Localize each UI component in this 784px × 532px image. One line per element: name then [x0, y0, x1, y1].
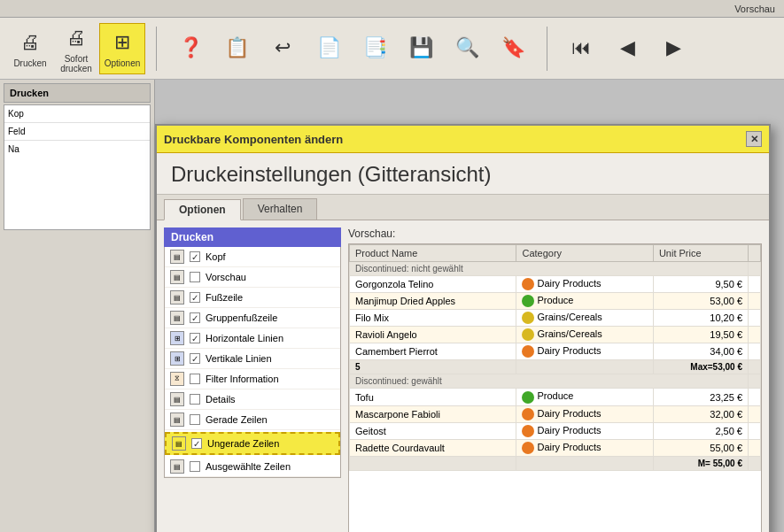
category-cell: Grains/Cereals: [516, 327, 653, 343]
ausgewaehlte-zeilen-label: Ausgewählte Zeilen: [206, 461, 291, 472]
vertikale-linien-icon: ⊞: [170, 351, 184, 366]
component-item-gruppenfusszeile[interactable]: ▤ Gruppenfußzeile: [165, 308, 340, 328]
ungerade-zeilen-label: Ungerade Zeilen: [207, 438, 279, 449]
component-item-ungerade-zeilen[interactable]: ▤ Ungerade Zeilen: [165, 432, 340, 455]
vorschau-label: Vorschau: [206, 272, 246, 282]
kopf-icon: ▤: [170, 250, 184, 264]
table-row: Geitost Dairy Products 2,50 €: [350, 422, 761, 439]
scroll-cell: [749, 276, 761, 293]
prev-page-button[interactable]: ◀: [604, 23, 650, 74]
product-name-cell: Geitost: [350, 422, 516, 439]
kopf-checkbox[interactable]: [190, 251, 200, 262]
price-cell: 2,50 €: [653, 422, 748, 439]
fusszeile-checkbox[interactable]: [190, 292, 200, 303]
nav-button-6[interactable]: 🔍: [444, 23, 490, 74]
modal-title: Druckbare Komponenten ändern: [164, 133, 343, 146]
help-icon: ❓: [176, 34, 205, 62]
optionen-button[interactable]: ⊞ Optionen: [99, 23, 145, 74]
sofort-drucken-button[interactable]: 🖨 Sofortdrucken: [53, 23, 99, 74]
category-cell: Dairy Products: [516, 405, 653, 422]
col-header-category: Category: [516, 245, 653, 262]
nav-button-7[interactable]: 🔖: [490, 23, 536, 74]
vorschau-icon: ▤: [170, 270, 184, 284]
modal-close-button[interactable]: ✕: [746, 131, 762, 147]
ausgewaehlte-zeilen-checkbox[interactable]: [190, 461, 200, 472]
scroll-cell: [749, 327, 761, 343]
table-row: Manjimup Dried Apples Produce 53,00 €: [350, 293, 761, 310]
next-page-button[interactable]: ▶: [650, 23, 696, 74]
toolbar-separator-2: [547, 27, 547, 71]
first-page-button[interactable]: ⏮: [558, 23, 604, 74]
nav-icon-3: 📄: [314, 34, 343, 62]
nav-button-5[interactable]: 💾: [398, 23, 444, 74]
component-item-vertikale-linien[interactable]: ⊞ Vertikale Linien: [165, 349, 340, 369]
horizontale-linien-checkbox[interactable]: [190, 333, 200, 343]
price-cell: 32,00 €: [653, 405, 748, 422]
prev-page-icon: ◀: [613, 34, 641, 62]
tab-verhalten[interactable]: Verhalten: [243, 198, 318, 220]
nav-icon-1: 📋: [222, 34, 251, 62]
component-item-details[interactable]: ▤ Details: [165, 389, 340, 410]
summary-max: Max=53,00 €: [653, 360, 748, 374]
details-checkbox[interactable]: [190, 394, 200, 405]
sofort-drucken-label: Sofortdrucken: [60, 54, 92, 73]
category-cell: Dairy Products: [516, 422, 653, 439]
title-bar: Vorschau: [0, 0, 784, 18]
component-item-vorschau[interactable]: ▤ Vorschau: [165, 267, 340, 288]
details-icon: ▤: [170, 392, 184, 406]
ungerade-zeilen-checkbox[interactable]: [191, 438, 202, 449]
price-cell: 53,00 €: [653, 293, 748, 310]
component-item-fusszeile[interactable]: ▤ Fußzeile: [165, 288, 340, 308]
gerade-zeilen-checkbox[interactable]: [190, 414, 200, 425]
product-name-cell: Filo Mix: [350, 310, 516, 327]
group-scroll-2: [749, 374, 761, 389]
help-button[interactable]: ❓: [167, 23, 213, 74]
category-cell: Dairy Products: [516, 439, 653, 456]
price-cell: 55,00 €: [653, 439, 748, 456]
left-panel-label: Drucken: [4, 83, 151, 103]
group-header-2: Discontinued: gewählt: [350, 374, 761, 389]
gruppenfusszeile-checkbox[interactable]: [190, 312, 200, 323]
nav-button-2[interactable]: ↩: [260, 23, 306, 74]
col-header-product-name: Product Name: [350, 245, 516, 262]
title-label: Vorschau: [734, 4, 775, 14]
vertikale-linien-checkbox[interactable]: [190, 353, 200, 364]
nav-button-1[interactable]: 📋: [213, 23, 260, 74]
table-row: Mascarpone Fabioli Dairy Products 32,00 …: [350, 405, 761, 422]
main-area: Drucken Kop Feld Na Druckbare Komponente…: [0, 80, 784, 532]
summary-empty: [516, 360, 653, 374]
scroll-cell: [749, 343, 761, 360]
component-item-horizontale-linien[interactable]: ⊞ Horizontale Linien: [165, 328, 340, 349]
modal-dialog: Druckbare Komponenten ändern ✕ Druckeins…: [155, 124, 771, 532]
component-item-ausgewaehlte-zeilen[interactable]: ▤ Ausgewählte Zeilen: [165, 457, 340, 477]
drucken-button[interactable]: 🖨 Drucken: [7, 23, 53, 74]
component-item-kopf[interactable]: ▤ Kopf: [165, 247, 340, 267]
first-page-icon: ⏮: [567, 34, 595, 62]
price-cell: 10,20 €: [653, 310, 748, 327]
scroll-cell: [749, 389, 761, 405]
vorschau-checkbox[interactable]: [190, 272, 200, 282]
category-cell: Produce: [516, 293, 653, 310]
product-name-cell: Radette Courdavault: [350, 439, 516, 456]
nav-button-3[interactable]: 📄: [306, 23, 352, 74]
filter-information-checkbox[interactable]: [190, 374, 200, 384]
group-header-1: Discontinued: nicht gewählt: [350, 262, 761, 276]
nav-icon-2: ↩: [268, 34, 297, 62]
details-label: Details: [206, 394, 236, 405]
left-panel-content: Kop Feld Na: [4, 104, 151, 230]
component-item-gerade-zeilen[interactable]: ▤ Gerade Zeilen: [165, 410, 340, 430]
tab-optionen[interactable]: Optionen: [164, 199, 241, 220]
toolbar-group-nav: ❓ 📋 ↩ 📄 📑 💾 🔍 🔖: [167, 23, 536, 74]
table-row: Ravioli Angelo Grains/Cereals 19,50 €: [350, 327, 761, 343]
component-item-filter-information[interactable]: ⧖ Filter Information: [165, 369, 340, 389]
drucken-label: Drucken: [13, 58, 46, 68]
component-panel: Drucken ▤ Kopf ▤ Vorschau: [164, 227, 341, 532]
table-row: Gorgonzola Telino Dairy Products 9,50 €: [350, 276, 761, 293]
toolbar-group-print: 🖨 Drucken 🖨 Sofortdrucken ⊞ Optionen: [7, 23, 145, 74]
nav-button-4[interactable]: 📑: [352, 23, 398, 74]
vertikale-linien-label: Vertikale Linien: [206, 353, 272, 364]
product-name-cell: Mascarpone Fabioli: [350, 405, 516, 422]
preview-label: Vorschau:: [348, 227, 762, 240]
fusszeile-icon: ▤: [170, 290, 184, 305]
summary-count: 5: [350, 360, 516, 374]
